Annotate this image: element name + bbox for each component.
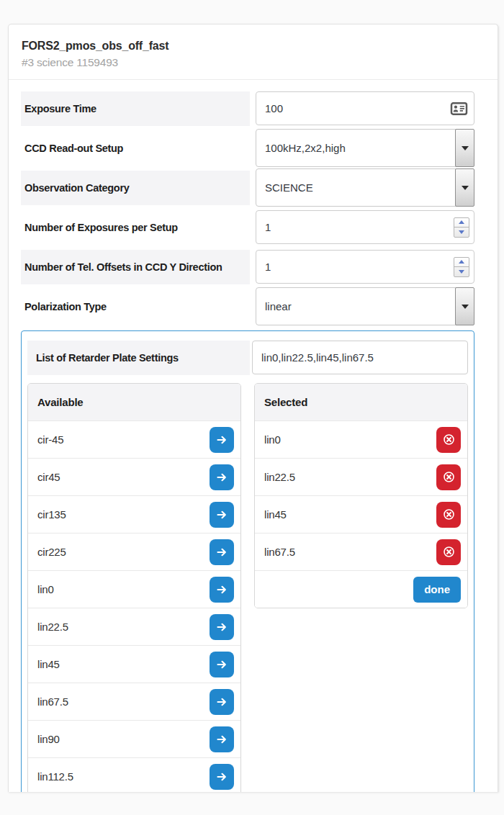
done-button[interactable]: done (413, 577, 461, 603)
remove-from-selected-button[interactable] (436, 502, 461, 528)
row-exposures-per-setup: Number of Exposures per Setup (21, 207, 474, 247)
item-label: lin45 (264, 508, 287, 521)
selected-panel: Selected lin0 lin22.5 lin45 (254, 383, 468, 608)
spinner-down-icon[interactable] (454, 267, 469, 276)
item-label: lin90 (37, 733, 60, 745)
move-to-selected-button[interactable] (210, 577, 234, 603)
observation-category-select[interactable]: SCIENCE (256, 168, 474, 207)
select-value: linear (265, 300, 292, 312)
template-subtitle: #3 science 1159493 (22, 56, 485, 69)
selected-item: lin0 (255, 420, 467, 458)
item-label: lin67.5 (264, 546, 295, 558)
spinner-up-icon[interactable] (454, 218, 469, 228)
retarder-settings-input[interactable] (252, 341, 468, 374)
item-label: cir45 (37, 471, 60, 483)
template-header: FORS2_pmos_obs_off_fast #3 science 11594… (9, 24, 498, 80)
item-label: cir135 (37, 508, 66, 521)
spinner-down-icon[interactable] (454, 228, 469, 237)
number-spinner (454, 257, 469, 277)
available-item: cir135 (28, 495, 240, 533)
remove-from-selected-button[interactable] (436, 427, 461, 453)
available-item: lin90 (28, 720, 240, 757)
item-label: lin0 (37, 583, 54, 595)
arrow-right-icon (216, 659, 228, 670)
arrow-right-icon (216, 584, 228, 595)
move-to-selected-button[interactable] (210, 427, 234, 453)
available-item: cir225 (28, 533, 240, 570)
row-exposure-time: Exposure Time (21, 89, 474, 128)
field-label: List of Retarder Plate Settings (27, 341, 250, 375)
arrow-right-icon (216, 734, 228, 745)
item-label: lin22.5 (264, 471, 295, 483)
arrow-right-icon (216, 696, 228, 708)
row-tel-offsets-y: Number of Tel. Offsets in CCD Y Directio… (21, 247, 474, 287)
select-value: SCIENCE (265, 181, 313, 194)
move-to-selected-button[interactable] (210, 539, 234, 565)
tel-offsets-y-input[interactable] (256, 250, 474, 284)
field-label: Polarization Type (21, 289, 250, 324)
move-to-selected-button[interactable] (210, 614, 234, 640)
exposure-time-input[interactable] (256, 91, 474, 125)
selected-header: Selected (255, 384, 467, 420)
move-to-selected-button[interactable] (210, 464, 234, 490)
move-to-selected-button[interactable] (210, 652, 234, 677)
available-item: cir-45 (28, 420, 240, 458)
select-value: 100kHz,2x2,high (265, 142, 346, 154)
item-label: lin45 (37, 658, 60, 670)
row-ccd-readout: CCD Read-out Setup 100kHz,2x2,high (21, 128, 474, 168)
row-observation-category: Observation Category SCIENCE (21, 168, 474, 207)
remove-from-selected-button[interactable] (436, 539, 461, 565)
move-to-selected-button[interactable] (210, 502, 234, 528)
item-label: lin0 (264, 433, 281, 446)
item-label: lin112.5 (37, 770, 73, 783)
item-label: cir225 (37, 546, 66, 558)
field-label: Number of Tel. Offsets in CCD Y Directio… (21, 250, 250, 284)
arrow-right-icon (216, 509, 228, 521)
field-label: Number of Exposures per Setup (21, 210, 250, 245)
available-item: lin0 (28, 570, 240, 608)
done-row: done (255, 570, 467, 608)
selected-item: lin22.5 (255, 458, 467, 495)
selected-item: lin45 (255, 495, 467, 533)
arrow-right-icon (216, 434, 228, 446)
arrow-right-icon (216, 472, 228, 483)
number-spinner (454, 217, 469, 238)
row-polarization-type: Polarization Type linear (21, 287, 474, 326)
available-item: cir45 (28, 458, 240, 495)
move-to-selected-button[interactable] (210, 764, 234, 790)
item-label: lin67.5 (37, 695, 68, 708)
caret-down-icon[interactable] (455, 287, 474, 325)
circle-x-icon (443, 433, 455, 446)
remove-from-selected-button[interactable] (436, 464, 461, 490)
available-item: lin45 (28, 645, 240, 683)
arrow-right-icon (216, 546, 228, 558)
available-header: Available (28, 384, 240, 420)
move-to-selected-button[interactable] (210, 726, 234, 752)
move-to-selected-button[interactable] (210, 689, 234, 715)
ob-template-card: FORS2_pmos_obs_off_fast #3 science 11594… (8, 24, 498, 792)
caret-down-icon[interactable] (455, 129, 474, 167)
circle-x-icon (443, 471, 455, 483)
available-item: lin22.5 (28, 608, 240, 645)
item-label: lin22.5 (37, 621, 68, 633)
field-label: Observation Category (21, 171, 250, 205)
available-item: lin67.5 (28, 683, 240, 720)
spinner-up-icon[interactable] (454, 258, 469, 267)
ccd-readout-select[interactable]: 100kHz,2x2,high (256, 129, 474, 167)
retarder-plate-settings-box: List of Retarder Plate Settings Availabl… (21, 330, 474, 792)
arrow-right-icon (216, 621, 228, 633)
field-label: Exposure Time (21, 91, 250, 126)
dual-list-picker: Available cir-45 cir45 cir135 (27, 383, 468, 792)
available-item: lin112.5 (28, 757, 240, 792)
available-panel: Available cir-45 cir45 cir135 (27, 383, 241, 792)
circle-x-icon (443, 546, 455, 558)
caret-down-icon[interactable] (455, 168, 474, 207)
parameter-table: Exposure Time CCD Read-out Setup 100kHz,… (9, 80, 498, 326)
selected-item: lin67.5 (255, 533, 467, 570)
row-retarder-settings: List of Retarder Plate Settings (27, 338, 468, 377)
polarization-type-select[interactable]: linear (256, 287, 474, 325)
exposures-per-setup-input[interactable] (256, 210, 474, 244)
item-label: cir-45 (37, 433, 63, 446)
template-title: FORS2_pmos_obs_off_fast (22, 40, 485, 53)
address-card-icon[interactable] (450, 101, 468, 116)
